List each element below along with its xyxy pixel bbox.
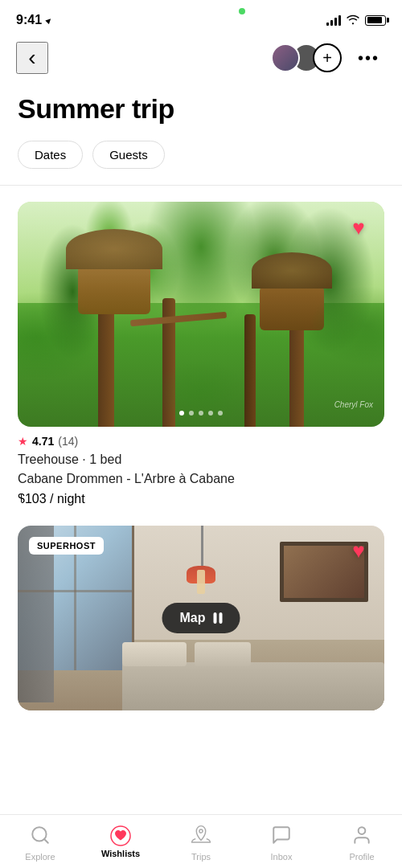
- section-divider: [0, 185, 402, 186]
- wifi-icon: [346, 14, 360, 27]
- location-arrow-icon: ▲: [43, 14, 55, 27]
- trips-icon: [191, 825, 211, 849]
- notification-dot: [239, 8, 245, 14]
- status-icons: [326, 14, 386, 27]
- signal-icon: [326, 14, 341, 26]
- rating-value-1: 4.71: [32, 435, 54, 448]
- map-label: Map: [180, 611, 206, 625]
- heart-filled-icon-1: ♥: [352, 215, 364, 240]
- profile-label: Profile: [349, 852, 374, 862]
- dot-1[interactable]: [179, 411, 184, 416]
- bottom-nav: Explore Wishlists Trips: [0, 814, 402, 868]
- listing-image-2: SUPERHOST ♥ Map: [18, 526, 384, 710]
- listing-rating-1: ★ 4.71 (14): [18, 435, 384, 448]
- listing-name-1: Cabane Drommen - L'Arbre à Cabane: [18, 470, 384, 488]
- ellipsis-icon: •••: [358, 49, 379, 67]
- guests-filter-button[interactable]: Guests: [92, 141, 165, 169]
- profile-icon: [351, 825, 372, 849]
- listing-type-1: Treehouse · 1 bed: [18, 451, 384, 469]
- price-value-1: $103: [18, 492, 47, 506]
- superhost-badge: SUPERHOST: [29, 537, 104, 555]
- nav-item-trips[interactable]: Trips: [161, 825, 241, 862]
- listing-info-1: ★ 4.71 (14) Treehouse · 1 bed Cabane Dro…: [18, 427, 384, 506]
- svg-point-2: [199, 829, 203, 833]
- avatar-1: [271, 43, 300, 72]
- wishlist-heart-button-1[interactable]: ♥: [344, 213, 373, 242]
- inbox-label: Inbox: [271, 852, 293, 862]
- more-options-button[interactable]: •••: [351, 46, 386, 71]
- listing-card-2[interactable]: SUPERHOST ♥ Map: [18, 526, 384, 710]
- price-unit-1: / night: [50, 492, 85, 506]
- nav-item-inbox[interactable]: Inbox: [241, 825, 322, 862]
- page-title: Summer trip: [0, 87, 402, 141]
- nav-item-explore[interactable]: Explore: [0, 825, 80, 862]
- svg-point-3: [359, 827, 366, 834]
- listing-card-1[interactable]: ♥ Cheryl Fox ★ 4.71 (14) Treehouse · 1 b…: [18, 202, 384, 506]
- nav-item-wishlists[interactable]: Wishlists: [80, 825, 161, 858]
- header-actions: + •••: [271, 43, 386, 72]
- wishlists-icon: [109, 825, 132, 845]
- rating-count-1: (14): [58, 435, 78, 448]
- status-time: 9:41: [16, 13, 42, 27]
- map-toggle-button[interactable]: Map: [162, 603, 240, 633]
- explore-label: Explore: [25, 852, 55, 862]
- listing-price-1: $103 / night: [18, 492, 384, 506]
- wishlist-heart-button-2[interactable]: ♥: [344, 537, 373, 566]
- dot-2[interactable]: [189, 411, 194, 416]
- photo-credit: Cheryl Fox: [334, 400, 373, 409]
- dot-5[interactable]: [218, 411, 223, 416]
- header-nav: ‹ + •••: [0, 35, 402, 87]
- inbox-icon: [271, 825, 292, 849]
- explore-icon: [30, 825, 51, 849]
- treehouse-background: [18, 202, 384, 427]
- add-collaborator-button[interactable]: +: [313, 43, 342, 72]
- image-dots-1: [179, 411, 223, 416]
- nav-item-profile[interactable]: Profile: [322, 825, 402, 862]
- back-icon: ‹: [28, 45, 35, 71]
- listing-image-1: ♥ Cheryl Fox: [18, 202, 384, 427]
- star-icon-1: ★: [18, 435, 28, 448]
- wishlists-label: Wishlists: [101, 849, 140, 858]
- filter-row: Dates Guests: [0, 141, 402, 185]
- dot-3[interactable]: [199, 411, 203, 416]
- status-bar: 9:41 ▲: [0, 0, 402, 35]
- pause-icon: [214, 612, 223, 624]
- battery-icon: [365, 15, 386, 26]
- plus-icon: +: [322, 50, 332, 66]
- back-button[interactable]: ‹: [16, 42, 48, 74]
- avatar-group[interactable]: +: [271, 43, 342, 72]
- trips-label: Trips: [191, 852, 211, 862]
- dates-filter-button[interactable]: Dates: [18, 141, 83, 169]
- heart-filled-icon-2: ♥: [352, 538, 364, 563]
- dot-4[interactable]: [208, 411, 213, 416]
